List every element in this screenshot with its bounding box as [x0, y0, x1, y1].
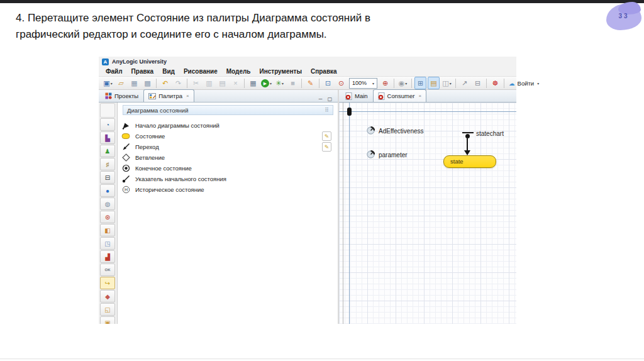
slide-title-line-1: 4. Перетащите элемент Состояние из палит…: [16, 10, 418, 26]
toolbar-separator: [244, 79, 245, 88]
grid-toggle-button[interactable]: ⊞: [414, 77, 426, 89]
edit-pencil-icon[interactable]: ✎: [322, 142, 331, 152]
origin-axis-vertical: [349, 103, 350, 324]
undo-button[interactable]: ↶: [159, 77, 171, 89]
stop-button[interactable]: ■: [287, 77, 299, 89]
palette-strip-top-button[interactable]: [100, 103, 115, 118]
new-model-button[interactable]: ▣▾: [102, 77, 114, 89]
toolbar-separator: [156, 79, 157, 88]
run-button[interactable]: ▶▾: [260, 77, 272, 89]
actionchart-palette-button[interactable]: ◆: [100, 290, 115, 303]
3d-objects-palette-button[interactable]: ◳: [100, 237, 115, 250]
slide-bottom-bar: [0, 358, 644, 361]
save-button[interactable]: ▦: [128, 77, 140, 89]
menu-item-5[interactable]: Инструменты: [255, 67, 306, 75]
frame-line: [343, 103, 343, 324]
statechart-palette-button[interactable]: ↪: [100, 277, 115, 289]
view-tab-projects[interactable]: Проекты: [100, 89, 143, 102]
canvas-parameter-parameter[interactable]: parameter: [367, 150, 408, 160]
menu-item-1[interactable]: Правка: [127, 67, 158, 75]
debug-button[interactable]: ✳▾: [274, 77, 286, 89]
left-pane-body: ◔▙♟♯⊟●◍⊛◧◳▟OK↪◆◱▣ Диаграмма состояний ⠿ …: [99, 103, 338, 324]
zoom-level-combo[interactable]: 100%▾: [349, 78, 377, 89]
pedestrian-library-button[interactable]: ♟: [100, 145, 115, 157]
menu-item-2[interactable]: Вид: [158, 67, 179, 75]
palette-item-0[interactable]: Начало диаграммы состояний: [118, 120, 338, 131]
minimize-icon[interactable]: ─: [317, 96, 324, 102]
restore-icon[interactable]: ▢: [326, 96, 333, 102]
connector-button[interactable]: ↗: [458, 77, 470, 89]
save-all-button[interactable]: ▩: [142, 77, 153, 89]
system-dynamics-palette-button[interactable]: ⊛: [100, 211, 115, 223]
system-dynamics-palette-icon: ⊛: [105, 214, 110, 221]
connectivity-palette-button[interactable]: ◱: [100, 303, 115, 316]
palette-item-5[interactable]: Указатель начального состояния: [118, 174, 338, 184]
palette-item-label: Конечное состояние: [135, 165, 192, 172]
open-button[interactable]: ▱: [115, 77, 127, 89]
palette-item-3[interactable]: Ветвление: [118, 152, 338, 163]
process-modeling-library-button[interactable]: ◔: [100, 118, 115, 131]
palette-item-label: Переход: [135, 143, 159, 150]
rail-library-icon: ♯: [106, 161, 109, 168]
toolbar-separator: [455, 79, 456, 88]
palette-section-header[interactable]: Диаграмма состояний ⠿: [123, 105, 333, 115]
menu-item-4[interactable]: Модель: [222, 67, 255, 75]
pan-button[interactable]: ◉▾: [397, 77, 409, 89]
rail-library-button[interactable]: ♯: [100, 158, 115, 170]
transition-arrow-line[interactable]: [467, 138, 468, 151]
palette-item-2[interactable]: Переход✎: [118, 142, 338, 152]
menu-item-0[interactable]: Файл: [101, 67, 127, 75]
zoom-area-button[interactable]: ⊡: [322, 77, 334, 89]
cloud-icon: ☁: [509, 80, 515, 87]
palette-item-6[interactable]: HИсторическое состояние: [118, 184, 338, 195]
run-icon: ▶: [261, 79, 269, 87]
menu-item-3[interactable]: Рисование: [179, 67, 222, 75]
zoom-previous-button[interactable]: ⊙: [335, 77, 347, 89]
menu-item-6[interactable]: Справка: [306, 67, 341, 75]
editor-tab-main[interactable]: Main: [340, 89, 373, 102]
help-button[interactable]: ☸: [489, 77, 501, 89]
sign-in-label: Войти: [518, 80, 535, 87]
state-shape[interactable]: state: [443, 155, 496, 168]
cut-button[interactable]: ✂: [190, 77, 202, 89]
edit-pencil-icon[interactable]: ✎: [322, 131, 331, 141]
palette-item-label: Начало диаграммы состояний: [135, 122, 219, 129]
statechart-entry-bar[interactable]: [462, 132, 474, 133]
analysis-palette-button[interactable]: ▟: [100, 250, 115, 263]
statechart-entry-dot[interactable]: [465, 134, 470, 138]
origin-handle[interactable]: [347, 108, 352, 116]
editor-tab-consumer[interactable]: Consumer×: [373, 89, 427, 102]
fluid-library-button[interactable]: ●: [100, 184, 115, 197]
tab-label: Палитра: [158, 92, 182, 99]
zoom-in-button[interactable]: ⊕: [379, 77, 391, 89]
presentation-pen-button[interactable]: ✎: [304, 77, 316, 89]
controls-palette-button[interactable]: OK: [100, 264, 115, 276]
palette-item-4[interactable]: Конечное состояние: [118, 163, 338, 174]
export-model-button[interactable]: ▦: [247, 77, 259, 89]
slide-top-bar: [0, 0, 644, 3]
history-state-icon: H: [121, 186, 130, 194]
slide-title-line-2: графический редактор и соедините его с н…: [16, 26, 418, 43]
copy-button[interactable]: ▥: [203, 77, 215, 89]
sign-in-button[interactable]: ☁Войти▾: [506, 80, 541, 87]
palette-item-1[interactable]: Состояние✎: [118, 131, 338, 142]
palette-view-icon[interactable]: ⠿: [325, 107, 329, 113]
agent-palette-button[interactable]: ◍: [100, 197, 115, 210]
delete-button[interactable]: ×: [230, 77, 242, 89]
pictures-palette-button[interactable]: ▣: [100, 316, 115, 324]
window-buttons: ─▢: [313, 96, 338, 102]
close-icon[interactable]: ×: [186, 93, 189, 99]
view-tab-palette[interactable]: Палитра×: [143, 89, 194, 102]
redo-button[interactable]: ↷: [172, 77, 184, 89]
presentation-palette-button[interactable]: ◧: [100, 224, 115, 236]
copy-shape-button[interactable]: ◫▾: [441, 77, 453, 89]
graphical-editor-canvas[interactable]: statechart state AdEffectivenessparamete…: [339, 103, 516, 324]
road-traffic-library-button[interactable]: ⊟: [100, 171, 115, 184]
canvas-parameter-AdEffectiveness[interactable]: AdEffectiveness: [367, 126, 424, 136]
left-tabbar: ПроектыПалитра×─▢: [99, 90, 338, 103]
compare-model-button[interactable]: ⊟: [472, 77, 484, 89]
material-handling-library-button[interactable]: ▙: [100, 131, 115, 144]
page-bounds-button[interactable]: ▤: [428, 77, 440, 89]
close-icon[interactable]: ×: [418, 93, 421, 99]
paste-button[interactable]: ▤: [216, 77, 228, 89]
